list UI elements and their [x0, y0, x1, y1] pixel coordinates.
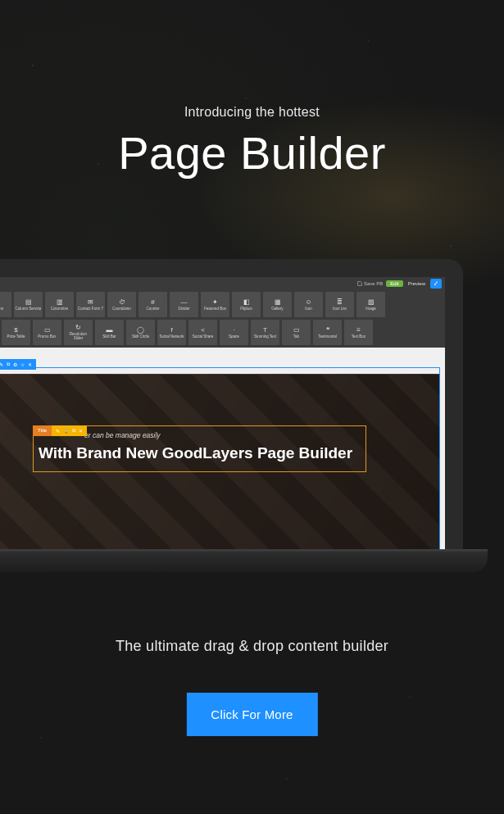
- cta-button[interactable]: Click For More: [186, 693, 317, 736]
- element-space[interactable]: ·Space: [220, 320, 248, 345]
- element-label: Social Network: [158, 335, 184, 339]
- column-service-icon: ▤: [25, 298, 32, 306]
- element-column-service[interactable]: ▤Column Service: [14, 292, 43, 317]
- counter-icon: #: [149, 298, 157, 306]
- hero-card: Title ✎ 🔒 ⧉ ✕ er can be manage easily Wi…: [0, 374, 440, 553]
- save-pb-label: Save PB: [364, 281, 383, 286]
- preview-button[interactable]: Preview: [406, 280, 427, 287]
- element-column[interactable]: □Column: [0, 292, 11, 317]
- element-stunning-text[interactable]: TStunning Text: [251, 320, 279, 345]
- hero-subtitle: Introducing the hottest: [0, 105, 504, 120]
- element-label: Gallery: [270, 307, 284, 312]
- element-label: Countdown: [111, 307, 132, 312]
- element-divider[interactable]: —Divider: [170, 292, 198, 317]
- title-supertext: er can be manage easily: [84, 431, 361, 439]
- icon-icon: ☺: [305, 298, 312, 306]
- element-revolution-slider[interactable]: ↻Revolution Slider: [64, 320, 93, 345]
- text-box-icon: ≡: [355, 326, 362, 334]
- element-contact-form-7[interactable]: ✉Contact Form 7: [76, 292, 105, 317]
- social-network-icon: f: [168, 326, 175, 334]
- element-label: Stunning Text: [253, 335, 277, 339]
- element-promo-box[interactable]: ▭Promo Box: [33, 320, 61, 345]
- element-featured-box[interactable]: ✦Featured Box: [201, 292, 229, 317]
- title-block[interactable]: Title ✎ 🔒 ⧉ ✕ er can be manage easily Wi…: [33, 425, 366, 472]
- save-pb-button[interactable]: Save PB: [357, 281, 383, 286]
- element-label: Columnize: [50, 307, 69, 312]
- element-label: Flipbox: [239, 307, 253, 312]
- element-label: Divider: [177, 307, 190, 312]
- element-label: Skill Bar: [102, 335, 117, 339]
- revolution-slider-icon: ↻: [75, 324, 82, 331]
- column-icon: □: [0, 298, 1, 306]
- icon-list-icon: ≣: [336, 298, 343, 306]
- image-icon: ▧: [367, 298, 375, 306]
- expand-icon: ⤢: [434, 280, 438, 287]
- element-social-share[interactable]: <Social Share: [188, 320, 217, 345]
- element-label: Promo Box: [37, 335, 57, 339]
- element-label: Text Box: [351, 335, 366, 339]
- element-text-box[interactable]: ≡Text Box: [344, 320, 373, 345]
- element-label: Icon List: [332, 307, 347, 312]
- edit-icon: ✎: [56, 428, 60, 434]
- element-social-network[interactable]: fSocial Network: [157, 320, 186, 345]
- element-countdown[interactable]: ⏱Countdown: [107, 292, 136, 317]
- section-tag: 3/5 ✎ ⧉ ⚙ ☆ ✕: [0, 359, 36, 370]
- element-label: Column Service: [15, 307, 43, 312]
- element-label: Featured Box: [203, 307, 227, 312]
- element-icon[interactable]: ☺Icon: [294, 292, 323, 317]
- section-tag-actions[interactable]: ✎ ⧉ ⚙ ☆ ✕: [0, 359, 36, 370]
- promo-box-icon: ▭: [43, 326, 51, 334]
- columnize-icon: ▥: [56, 298, 63, 306]
- element-skill-bar[interactable]: ▬Skill Bar: [95, 320, 124, 345]
- element-counter[interactable]: #Counter: [138, 292, 167, 317]
- element-icon-list[interactable]: ≣Icon List: [325, 292, 354, 317]
- laptop-mockup: Save PB Edit Preview ⤢ □Column▤Column Se…: [0, 259, 463, 603]
- gallery-icon: ▦: [274, 298, 281, 306]
- title-tag: Title ✎ 🔒 ⧉ ✕: [33, 425, 87, 436]
- testimonial-icon: ❝: [324, 326, 331, 334]
- element-flipbox[interactable]: ◧Flipbox: [232, 292, 261, 317]
- element-row-2: r$Price Table▭Promo Box↻Revolution Slide…: [0, 320, 443, 345]
- element-palette: □Column▤Column Service▥Columnize✉Contact…: [0, 289, 445, 348]
- divider-icon: —: [180, 298, 188, 306]
- star-icon: ☆: [20, 362, 25, 367]
- copy-icon: ⧉: [7, 362, 10, 367]
- laptop-base: [0, 553, 488, 572]
- hero: Introducing the hottest Page Builder: [0, 105, 504, 180]
- element-testimonial[interactable]: ❝Testimonial: [313, 320, 342, 345]
- element-gallery[interactable]: ▦Gallery: [263, 292, 292, 317]
- screen: Save PB Edit Preview ⤢ □Column▤Column Se…: [0, 277, 445, 553]
- stunning-text-icon: T: [261, 326, 269, 334]
- copy-icon: ⧉: [72, 428, 75, 434]
- element-price-table[interactable]: $Price Table: [2, 320, 30, 345]
- lock-icon: 🔒: [63, 428, 69, 434]
- canvas-area: 3/5 ✎ ⧉ ⚙ ☆ ✕ Title ✎: [0, 348, 445, 553]
- flipbox-icon: ◧: [243, 298, 250, 306]
- element-image[interactable]: ▧Image: [356, 292, 385, 317]
- subheading: The ultimate drag & drop content builder: [0, 638, 504, 655]
- price-table-icon: $: [12, 326, 20, 334]
- edit-icon: ✎: [0, 362, 3, 367]
- space-icon: ·: [230, 326, 238, 334]
- expand-button[interactable]: ⤢: [430, 279, 442, 289]
- element-label: Icon: [304, 307, 313, 312]
- tab-icon: ▭: [293, 326, 300, 334]
- skill-bar-icon: ▬: [106, 326, 113, 334]
- close-icon: ✕: [79, 428, 83, 434]
- element-label: Tab: [293, 335, 300, 339]
- element-label: Price Table: [6, 335, 25, 339]
- contact-form-7-icon: ✉: [87, 298, 94, 306]
- element-label: Social Share: [192, 335, 215, 339]
- builder-top-toolbar: Save PB Edit Preview ⤢: [0, 277, 445, 289]
- edit-button[interactable]: Edit: [386, 280, 402, 287]
- element-skill-circle[interactable]: ◯Skill Circle: [126, 320, 155, 345]
- title-tag-label: Title: [33, 425, 52, 436]
- social-share-icon: <: [199, 326, 207, 334]
- settings-icon: ⚙: [13, 362, 17, 367]
- element-label: Image: [365, 307, 377, 312]
- countdown-icon: ⏱: [118, 298, 125, 306]
- featured-box-icon: ✦: [211, 298, 219, 306]
- element-columnize[interactable]: ▥Columnize: [45, 292, 74, 317]
- title-tag-actions[interactable]: ✎ 🔒 ⧉ ✕: [52, 425, 87, 436]
- element-tab[interactable]: ▭Tab: [282, 320, 311, 345]
